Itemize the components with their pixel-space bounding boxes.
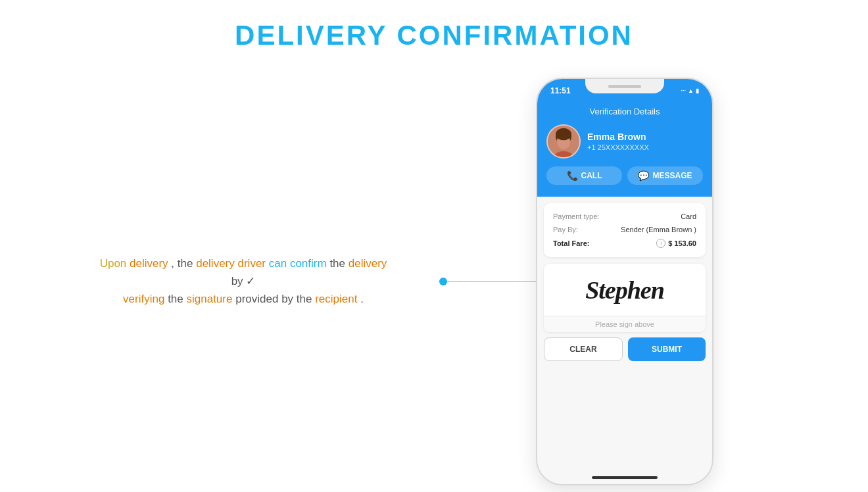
payment-type-label: Payment type: (553, 212, 599, 220)
wifi-icon: ▲ (688, 87, 694, 94)
submit-button[interactable]: SUBMIT (628, 337, 706, 361)
total-fare-label: Total Fare: (553, 239, 589, 247)
payment-type-row: Payment type: Card (553, 210, 696, 223)
contact-name: Emma Brown (587, 132, 703, 142)
call-label: CALL (581, 171, 602, 180)
pay-by-label: Pay By: (553, 226, 578, 234)
speaker (608, 85, 641, 88)
bottom-buttons: CLEAR SUBMIT (544, 337, 706, 361)
call-icon: 📞 (567, 170, 578, 181)
signature-text: Stephen (585, 276, 664, 305)
word-delivery: delivery (130, 257, 168, 270)
phone-mockup: 11:51 ··· ▲ ▮ Verification Details (536, 78, 713, 485)
pay-by-row: Pay By: Sender (Emma Brown ) (553, 223, 696, 236)
word-verifying: verifying (123, 293, 164, 306)
page-title: DELIVERY CONFIRMATION (235, 20, 633, 51)
payment-card: Payment type: Card Pay By: Sender (Emma … (544, 203, 706, 257)
word-delivery-driver: delivery (196, 257, 235, 270)
status-time: 11:51 (550, 86, 571, 95)
word-recipient: recipient (315, 293, 357, 306)
word-can: can (269, 257, 287, 270)
app-header: Verification Details (537, 100, 712, 197)
message-button[interactable]: 💬 MESSAGE (627, 166, 703, 185)
pay-by-value: Sender (Emma Brown ) (621, 226, 696, 234)
signal-dots: ··· (681, 87, 687, 94)
word-signature: signature (187, 293, 233, 306)
svg-point-3 (556, 128, 571, 140)
message-icon: 💬 (638, 170, 649, 181)
connector-dot (439, 278, 447, 285)
phone-screen: Verification Details (537, 100, 712, 484)
sign-prompt: Please sign above (544, 316, 706, 332)
call-button[interactable]: 📞 CALL (546, 166, 622, 185)
word-upon: Upon (100, 257, 127, 270)
content-area: Upon delivery , the delivery driver can … (0, 78, 868, 485)
contact-info: Emma Brown +1 25XXXXXXXXX (587, 132, 703, 151)
action-buttons: 📞 CALL 💬 MESSAGE (546, 166, 703, 185)
description-text: Upon delivery , the delivery driver can … (99, 255, 388, 308)
total-fare-value: $ 153.60 (668, 239, 696, 247)
word-provided: provided (235, 293, 278, 306)
word-confirm: confirm (290, 257, 327, 270)
word-driver: driver (238, 257, 266, 270)
status-icons: ··· ▲ ▮ (681, 87, 699, 94)
info-icon: i (656, 239, 665, 248)
phone-notch (585, 79, 664, 93)
payment-type-value: Card (681, 212, 696, 220)
screen-title: Verification Details (546, 107, 703, 116)
word-delivery2: delivery (349, 257, 387, 270)
message-label: MESSAGE (652, 171, 692, 180)
total-fare-row: Total Fare: i $ 153.60 (553, 236, 696, 251)
clear-button[interactable]: CLEAR (544, 337, 623, 361)
battery-icon: ▮ (696, 87, 699, 94)
fare-value-row: i $ 153.60 (656, 239, 696, 248)
contact-phone: +1 25XXXXXXXXX (587, 143, 703, 151)
signature-box[interactable]: Stephen (544, 264, 706, 316)
signature-card[interactable]: Stephen Please sign above (544, 264, 706, 332)
avatar (546, 124, 581, 159)
home-indicator (592, 476, 658, 479)
contact-row: Emma Brown +1 25XXXXXXXXX (546, 124, 703, 159)
